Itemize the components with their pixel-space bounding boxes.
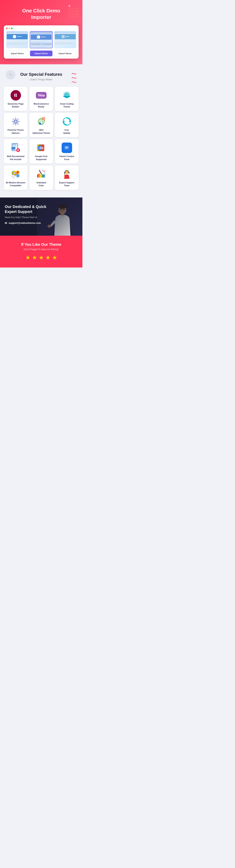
svg-marker-25 [39, 124, 39, 125]
dot-green [11, 28, 12, 29]
svg-text:Ab: Ab [39, 146, 43, 150]
stars-container: ★ ★ ★ ★ ★ [4, 254, 78, 261]
demo-screens [6, 31, 76, 48]
free-update-icon [62, 116, 72, 127]
svg-rect-32 [12, 146, 16, 146]
support-email: ✉ support@radiustheme.com [5, 221, 78, 225]
features-grid: Elementor PageBuilder Woo WooCommerceRea… [4, 87, 78, 190]
svg-rect-13 [18, 121, 19, 122]
svg-rect-67 [42, 175, 43, 178]
email-icon: ✉ [5, 221, 7, 225]
seo-icon [36, 116, 46, 127]
elementor-label: Elementor PageBuilder [8, 102, 24, 108]
svg-rect-68 [43, 175, 45, 178]
browser-dots [6, 28, 76, 29]
elementor-icon [10, 90, 21, 100]
woocommerce-icon: Woo [36, 90, 46, 100]
demo-screen-3 [54, 31, 76, 48]
svg-text:</>: </> [65, 94, 68, 97]
browser-icon [10, 169, 21, 179]
rating-title: If You Like Our Theme [4, 242, 78, 247]
expert-support-icon [62, 169, 72, 179]
demo-browser: Import Demo Import Demo Import Demo [4, 25, 78, 59]
color-icon [36, 169, 46, 179]
svg-point-74 [44, 172, 45, 173]
well-documented-label: Well DocumentedFile Include [7, 155, 25, 161]
svg-rect-66 [40, 175, 42, 178]
feature-woocommerce: Woo WooCommerceReady [29, 87, 53, 111]
feature-unlimited-color: UnlimitedColor [29, 165, 53, 190]
import-demo-btn-3[interactable]: Import Demo [54, 51, 76, 56]
svg-rect-12 [12, 121, 13, 122]
star-4: ★ [45, 254, 51, 261]
fluent-icon [62, 143, 72, 153]
import-demo-btn-2[interactable]: Import Demo [30, 51, 52, 56]
svg-rect-1 [14, 94, 15, 97]
feature-theme-options: Powerful ThemeOptions [4, 113, 28, 137]
expert-support-label: Expert SupportTeam [59, 181, 74, 187]
email-address: support@radiustheme.com [8, 221, 41, 224]
svg-rect-4 [15, 96, 17, 97]
import-demo-btn-1[interactable]: Import Demo [6, 51, 28, 56]
svg-rect-45 [65, 148, 68, 149]
rating-section: If You Like Our Theme Don't Forget To Gi… [0, 236, 82, 268]
dot-yellow [8, 28, 10, 29]
svg-rect-77 [68, 172, 69, 174]
color-label: UnlimitedColor [36, 181, 46, 187]
demo-screen-1 [6, 31, 28, 48]
svg-rect-33 [12, 147, 16, 147]
star-1: ★ [25, 254, 31, 261]
browser-label: All Modern BrowserCompatible [6, 181, 26, 187]
features-header: + 〜〜〜 Our Special Features Useful Things… [4, 72, 78, 81]
rating-subtitle: Don't Forget To Give Us Rating! [4, 248, 78, 251]
decorative-waves: 〜〜〜 [71, 72, 77, 85]
feature-google-font: Ab Google FontSupported [29, 139, 53, 163]
feature-expert-support: Expert SupportTeam [55, 165, 78, 190]
svg-rect-31 [12, 145, 16, 146]
support-title: Our Dedicated & QuickExpert Support [5, 204, 78, 214]
woocommerce-label: WooCommerceReady [34, 102, 49, 108]
clean-coding-label: Clean CodingTheme [60, 102, 74, 108]
svg-rect-65 [39, 175, 40, 178]
svg-text:DOC: DOC [12, 148, 15, 149]
clean-coding-icon: </> [62, 90, 72, 100]
section-subtitle: Useful Things Matter [4, 78, 78, 81]
google-font-icon: Ab [36, 143, 46, 153]
support-subtitle: Need Any Help? Please Mail Us [5, 216, 78, 219]
feature-elementor: Elementor PageBuilder [4, 87, 28, 111]
dot-red [6, 28, 8, 29]
feature-fluent-contact: Fluent ContactForm [55, 139, 78, 163]
svg-rect-44 [65, 147, 68, 147]
fluent-label: Fluent ContactForm [60, 155, 74, 161]
feature-browser: All Modern BrowserCompatible [4, 165, 28, 190]
svg-rect-11 [15, 124, 16, 125]
decorative-plus-circle: + [6, 70, 15, 80]
feature-well-documented: DOC Well DocumentedFile Include [4, 139, 28, 163]
svg-rect-30 [12, 144, 16, 145]
support-section: Our Dedicated & QuickExpert Support Need… [0, 197, 82, 236]
svg-rect-2 [15, 94, 17, 94]
svg-point-56 [17, 172, 18, 173]
svg-rect-3 [15, 95, 17, 96]
features-section: + 〜〜〜 Our Special Features Useful Things… [0, 64, 82, 197]
svg-point-52 [14, 173, 15, 174]
hero-section: ✕ One Click DemoImporter [0, 0, 82, 64]
hero-title: One Click DemoImporter [4, 8, 78, 21]
free-update-label: FreeUpdate [63, 129, 70, 134]
doc-icon: DOC [10, 143, 21, 153]
demo-screen-2 [30, 31, 53, 48]
star-3: ★ [39, 254, 44, 261]
svg-point-72 [43, 170, 45, 172]
google-font-label: Google FontSupported [35, 155, 47, 161]
svg-rect-10 [15, 118, 16, 119]
star-5: ★ [52, 254, 57, 261]
svg-point-73 [42, 170, 43, 171]
seo-label: SEOOptimized Theme [32, 129, 50, 134]
feature-seo: SEOOptimized Theme [29, 113, 53, 137]
star-2: ★ [32, 254, 37, 261]
theme-options-label: Powerful ThemeOptions [8, 129, 24, 134]
feature-clean-coding: </> Clean CodingTheme [55, 87, 78, 111]
feature-free-update: FreeUpdate [55, 113, 78, 137]
support-content: Our Dedicated & QuickExpert Support Need… [0, 197, 82, 231]
theme-options-icon [10, 116, 21, 127]
